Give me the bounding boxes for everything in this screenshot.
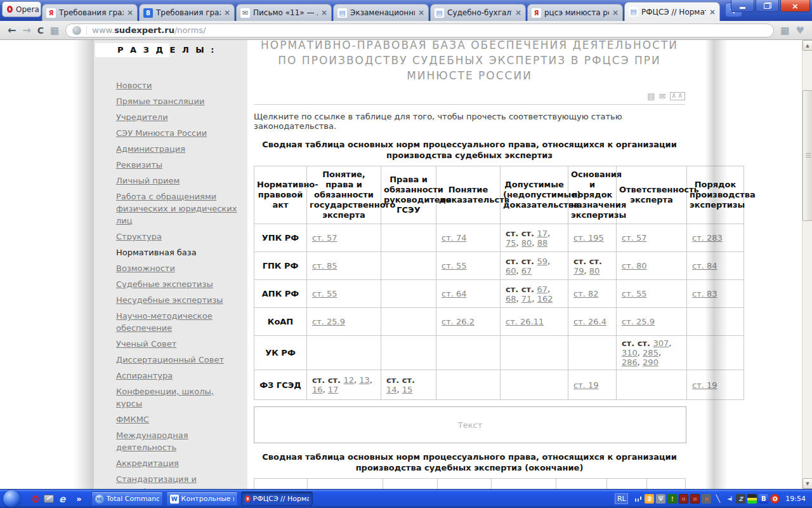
article-link[interactable]: ст. 55 [312,289,337,298]
font-size-toggle[interactable]: A A [670,92,686,100]
article-link[interactable]: ст. 25.9 [312,317,345,326]
internet-explorer-icon[interactable]: e [59,493,65,505]
url-text[interactable]: www.sudexpert.ru/norms/ [92,25,206,35]
sidebar-item[interactable]: Прямые трансляции [116,95,240,107]
extensions-grid-icon[interactable]: ▦ [780,25,789,36]
sidebar-item[interactable]: Администрация [116,143,240,155]
minimize-button[interactable] [731,0,754,12]
pen-input-icon[interactable]: ╲ [713,494,723,504]
close-button[interactable]: × [780,0,810,12]
article-link[interactable]: ст. 283 [692,233,723,243]
sidebar-item[interactable]: Ученый Совет [116,338,240,350]
article-link[interactable]: ст. 64 [442,289,467,298]
scroll-up-button[interactable]: ▲ [802,40,812,51]
article-link[interactable]: 68 [506,294,516,304]
tab-close-icon[interactable]: × [418,8,424,17]
article-link[interactable]: 285 [643,348,658,358]
sidebar-item[interactable]: Учредители [116,111,240,123]
tab-close-icon[interactable]: × [515,8,521,17]
sidebar-item[interactable]: Личный прием [116,175,240,187]
article-link[interactable]: ст. 83 [692,289,717,298]
article-link[interactable]: ст. 57 [622,233,647,243]
sidebar-item[interactable]: Работа с обращениями физических и юридич… [116,190,240,227]
article-link[interactable]: ст. 82 [573,289,599,298]
article-link[interactable]: 16 [312,385,323,394]
signal-strength-icon[interactable] [633,494,643,504]
article-link[interactable]: 307 [653,338,669,348]
article-link[interactable]: 15 [402,385,413,394]
email-icon[interactable]: ✉ [659,91,666,101]
article-link[interactable]: 80 [521,238,532,248]
article-link[interactable]: ст. 26.11 [506,317,544,326]
address-bar[interactable]: www.sudexpert.ru/norms/ [65,23,774,37]
scroll-down-button[interactable]: ▼ [802,478,812,489]
article-link[interactable]: ст. 26.4 [573,317,606,326]
restore-button[interactable] [756,0,779,12]
browser-tab[interactable]: ▤Судебно-бухгалте× [430,4,526,21]
article-link[interactable]: 59 [537,257,547,266]
article-link[interactable]: 75 [506,238,516,248]
tab-close-icon[interactable]: × [612,8,619,17]
browser-tab[interactable]: ▤РФЦСЭ // Нормати× [624,2,720,21]
article-link[interactable]: 67 [521,266,532,276]
tab-close-icon[interactable]: × [321,8,327,17]
article-link[interactable]: 60 [506,266,516,276]
sidebar-item[interactable]: Новости [116,79,240,91]
sidebar-item[interactable]: ФМКМС [116,413,240,425]
article-link[interactable]: ст. 80 [622,261,647,271]
opera-menu-button[interactable]: Opera [2,1,41,17]
volume-icon[interactable]: ◄) [724,494,734,504]
remote-desktop-disabled-2-icon[interactable]: ▫ [690,494,700,504]
article-link[interactable]: ст. 25.9 [622,317,655,326]
article-link[interactable]: ст. 55 [622,289,647,298]
sidebar-item[interactable]: Возможности [116,262,240,274]
taskbar-button[interactable]: WКонтрольные вопро... [166,491,238,506]
article-link[interactable]: ст. 19 [573,380,599,390]
language-indicator[interactable]: RL [615,493,628,504]
article-link[interactable]: 12 [343,375,354,385]
article-link[interactable]: ст. 26.2 [442,317,475,326]
article-link[interactable]: 67 [537,284,547,294]
sidebar-item[interactable]: Аккредитация [116,457,240,469]
bluetooth-icon[interactable]: B [759,494,768,504]
updates-badge-icon[interactable]: 2 [645,494,654,504]
article-link[interactable]: ст. 74 [442,233,467,243]
tab-close-icon[interactable]: × [127,8,133,17]
sidebar-item[interactable]: Научно-методическое обеспечение [116,310,240,334]
sidebar-item[interactable]: Стандартизация и сертификация [116,473,240,489]
article-link[interactable]: ст. 55 [442,261,467,271]
wireless-antenna-icon[interactable]: Ψ [656,494,665,504]
article-link[interactable]: 80 [589,266,600,276]
taskbar-button[interactable]: TCTotal Commander 7.0... [91,491,163,506]
browser-tab[interactable]: ▤Экзаменационные× [333,4,429,21]
article-link[interactable]: 162 [537,294,553,304]
audio-equalizer-icon[interactable] [747,494,757,504]
quicklaunch-overflow-chevron[interactable]: » [76,494,81,504]
camera-blocked-icon[interactable]: × [702,494,711,504]
article-link[interactable]: 17 [328,385,339,394]
article-link[interactable]: 14 [386,385,397,394]
sidebar-item[interactable]: Реквизиты [116,159,240,171]
sidebar-item[interactable]: Аспирантура [116,370,240,382]
article-link[interactable]: ст. 57 [312,233,337,243]
browser-tab[interactable]: Ярцсэ минюста рос× [527,4,623,21]
article-link[interactable]: ст. 19 [692,380,717,390]
antivirus-icon[interactable]: O [770,494,780,504]
print-icon[interactable]: ▤ [647,91,655,101]
sidebar-item[interactable]: Судебные экспертизы [116,278,240,290]
article-link[interactable]: 88 [537,238,548,248]
page-scrollbar[interactable]: ▲ ▼ [802,40,812,489]
opera-quicklaunch-icon[interactable] [32,495,39,503]
sidebar-item[interactable]: Диссертационный Совет [116,354,240,366]
start-button[interactable] [3,490,20,507]
article-link[interactable]: 286 [622,358,638,367]
article-link[interactable]: 71 [521,294,532,304]
taskbar-button[interactable]: РФЦСЭ // Норматив... [241,491,313,506]
article-link[interactable]: 79 [573,266,584,276]
sidebar-item[interactable]: Структура [116,231,240,243]
bookmark-heart-icon[interactable]: ♥ [796,25,804,36]
power-meter-icon[interactable]: Z [736,494,745,504]
back-icon[interactable]: ← [8,24,16,36]
article-link[interactable]: 17 [537,229,547,238]
browser-tab[interactable]: 8Требования граж× [139,4,235,21]
